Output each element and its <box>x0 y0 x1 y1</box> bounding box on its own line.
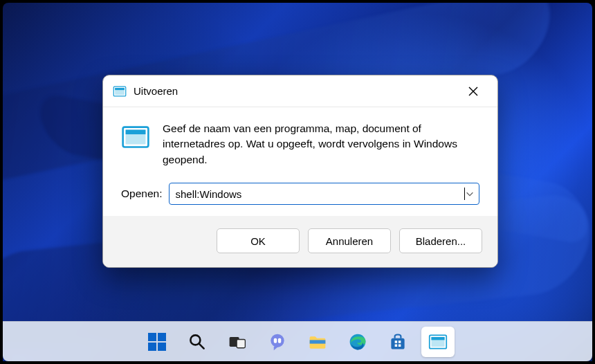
svg-rect-21 <box>399 344 401 347</box>
svg-rect-20 <box>395 344 398 347</box>
svg-rect-19 <box>399 340 401 343</box>
store-icon <box>388 332 408 352</box>
titlebar[interactable]: Uitvoeren <box>103 75 497 107</box>
dialog-description: Geef de naam van een programma, map, doc… <box>163 121 479 167</box>
svg-rect-7 <box>126 130 146 135</box>
run-icon-large <box>121 122 150 152</box>
svg-rect-14 <box>278 338 281 343</box>
taskbar-edge[interactable] <box>341 327 374 357</box>
run-icon <box>428 332 448 352</box>
svg-rect-13 <box>274 338 277 343</box>
chevron-down-icon <box>465 189 475 199</box>
close-icon <box>468 86 479 97</box>
run-dialog: Uitvoeren Geef de naam van een pro <box>102 75 498 268</box>
svg-rect-17 <box>391 338 404 349</box>
svg-rect-2 <box>115 88 125 90</box>
svg-point-12 <box>271 334 284 347</box>
svg-rect-15 <box>310 340 326 343</box>
cancel-button[interactable]: Annuleren <box>308 228 391 253</box>
ok-button[interactable]: OK <box>217 228 300 253</box>
taskbar-search[interactable] <box>181 327 214 357</box>
taskbar-store[interactable] <box>381 327 414 357</box>
taskbar-task-view[interactable] <box>221 327 254 357</box>
folder-icon <box>308 332 327 352</box>
dialog-button-row: OK Annuleren Bladeren... <box>103 216 497 267</box>
open-input[interactable] <box>175 188 465 200</box>
task-view-icon <box>228 332 247 352</box>
dialog-title: Uitvoeren <box>134 85 178 97</box>
windows-logo-icon <box>148 333 166 351</box>
search-icon <box>187 332 207 352</box>
browse-button[interactable]: Bladeren... <box>399 228 482 253</box>
edge-icon <box>348 332 367 352</box>
taskbar-run[interactable] <box>421 327 455 357</box>
svg-line-9 <box>199 343 204 348</box>
open-label: Openen: <box>121 188 162 200</box>
svg-rect-18 <box>395 340 398 343</box>
taskbar-start[interactable] <box>140 327 174 357</box>
open-combobox[interactable] <box>169 183 479 205</box>
taskbar-chat[interactable] <box>261 327 294 357</box>
dialog-body: Geef de naam van een programma, map, doc… <box>103 107 497 216</box>
taskbar <box>3 321 592 361</box>
svg-rect-11 <box>237 339 245 347</box>
svg-rect-24 <box>431 337 444 340</box>
close-button[interactable] <box>457 75 489 107</box>
desktop-wallpaper: Uitvoeren Geef de naam van een pro <box>3 3 592 361</box>
run-icon <box>113 84 127 98</box>
taskbar-file-explorer[interactable] <box>301 327 334 357</box>
chat-icon <box>268 332 287 352</box>
